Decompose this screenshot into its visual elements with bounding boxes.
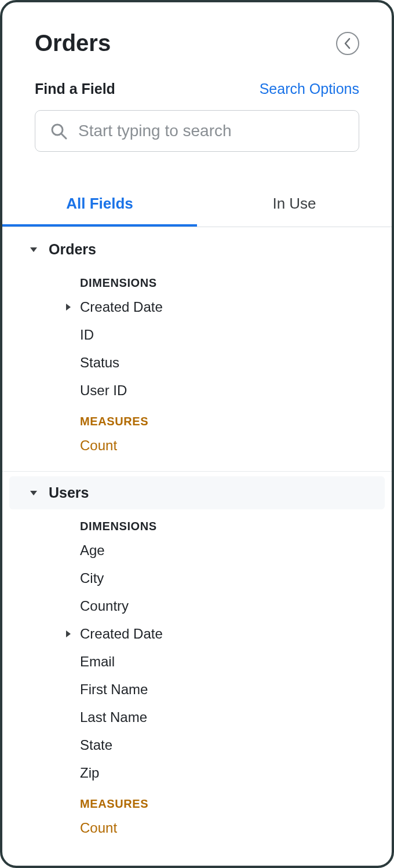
view-label: Orders [45, 241, 96, 258]
view-label: Users [45, 484, 89, 501]
search-input[interactable] [78, 122, 345, 140]
search-wrap [2, 97, 392, 152]
header: Orders [2, 2, 392, 56]
field-label: ID [80, 327, 94, 343]
field-email[interactable]: Email [2, 648, 392, 676]
field-label: User ID [80, 382, 127, 399]
field-label: Created Date [80, 626, 163, 642]
field-created-date[interactable]: Created Date [2, 620, 392, 648]
field-label: Email [80, 654, 115, 670]
field-state[interactable]: State [2, 731, 392, 759]
find-field-label: Find a Field [35, 81, 115, 97]
caret-right-icon [57, 629, 80, 639]
field-last-name[interactable]: Last Name [2, 703, 392, 731]
search-options-link[interactable]: Search Options [260, 81, 359, 97]
field-label: City [80, 570, 104, 586]
view-orders[interactable]: Orders [2, 233, 392, 266]
page-title: Orders [35, 30, 111, 56]
field-label: Age [80, 542, 105, 559]
field-age[interactable]: Age [2, 537, 392, 564]
divider [2, 471, 392, 472]
find-row: Find a Field Search Options [2, 56, 392, 97]
caret-right-icon [57, 302, 80, 312]
search-icon [49, 122, 68, 140]
field-first-name[interactable]: First Name [2, 676, 392, 703]
tab-all-fields[interactable]: All Fields [2, 184, 197, 227]
field-count[interactable]: Count [2, 814, 392, 842]
field-label: Status [80, 355, 119, 371]
field-label: State [80, 737, 112, 753]
field-created-date[interactable]: Created Date [2, 293, 392, 321]
field-count[interactable]: Count [2, 432, 392, 459]
field-label: Count [80, 437, 117, 454]
field-user-id[interactable]: User ID [2, 377, 392, 404]
field-label: Created Date [80, 299, 163, 315]
dimensions-label: DIMENSIONS [2, 266, 392, 293]
field-zip[interactable]: Zip [2, 759, 392, 787]
field-label: Country [80, 598, 129, 614]
chevron-left-icon [343, 38, 352, 49]
measures-label: MEASURES [2, 404, 392, 432]
field-picker-panel: Orders Find a Field Search Options All F… [0, 0, 394, 868]
field-city[interactable]: City [2, 564, 392, 592]
view-users[interactable]: Users [9, 476, 385, 509]
tabs: All Fields In Use [2, 184, 392, 227]
field-status[interactable]: Status [2, 349, 392, 377]
field-label: Zip [80, 765, 99, 781]
collapse-button[interactable] [336, 32, 359, 55]
field-list: Orders DIMENSIONS Created Date ID Status… [2, 227, 392, 842]
caret-down-icon [22, 246, 45, 253]
search-box[interactable] [35, 110, 359, 152]
tab-in-use[interactable]: In Use [197, 184, 392, 227]
caret-down-icon [22, 490, 45, 497]
field-label: Count [80, 820, 117, 836]
svg-line-1 [61, 134, 66, 138]
field-country[interactable]: Country [2, 592, 392, 620]
field-label: First Name [80, 681, 148, 698]
measures-label: MEASURES [2, 787, 392, 814]
field-id[interactable]: ID [2, 321, 392, 349]
dimensions-label: DIMENSIONS [2, 509, 392, 537]
field-label: Last Name [80, 709, 147, 725]
